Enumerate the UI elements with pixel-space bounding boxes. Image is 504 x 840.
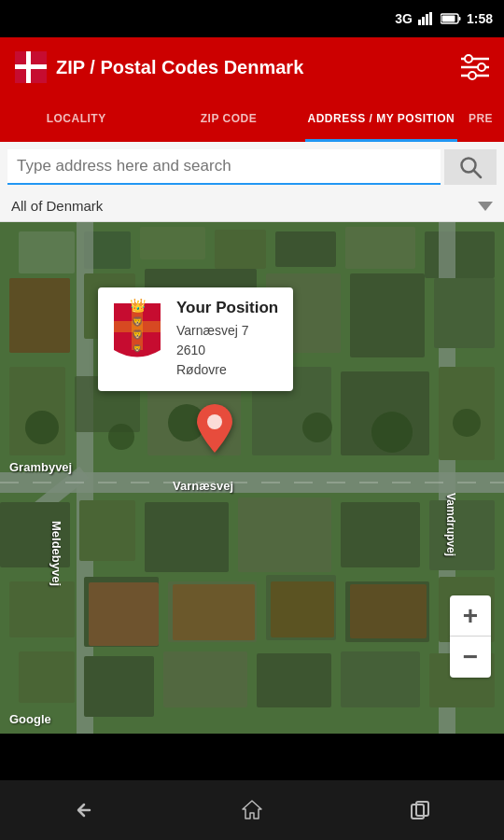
home-button[interactable]	[219, 791, 285, 829]
search-button[interactable]	[444, 149, 497, 185]
bottom-nav	[0, 780, 504, 840]
search-icon	[458, 155, 483, 179]
svg-rect-64	[350, 584, 427, 638]
svg-rect-63	[271, 581, 334, 637]
svg-point-78	[207, 414, 222, 429]
popup-title: Your Position	[176, 299, 278, 317]
sliders-icon[interactable]	[461, 54, 489, 80]
region-text: All of Denmark	[11, 198, 478, 214]
svg-text:🦁: 🦁	[132, 315, 144, 328]
tab-locality[interactable]: LOCALITY	[0, 97, 152, 142]
google-logo: Google	[9, 712, 51, 726]
svg-rect-35	[434, 278, 495, 348]
svg-rect-65	[19, 651, 75, 703]
search-input-wrapper[interactable]	[7, 149, 441, 185]
popup-zip: 2610	[176, 341, 278, 360]
svg-rect-66	[84, 656, 154, 717]
svg-point-46	[371, 412, 413, 453]
popup-street: Varnæsvej 7	[176, 321, 278, 341]
svg-rect-5	[458, 17, 460, 21]
zoom-in-button[interactable]: +	[450, 595, 491, 637]
tab-pre[interactable]: PRE	[457, 97, 504, 142]
back-icon	[71, 797, 97, 823]
svg-rect-9	[15, 64, 47, 69]
tab-address[interactable]: ADDRESS / MY POSITION	[305, 97, 457, 142]
svg-rect-2	[426, 14, 428, 25]
svg-rect-69	[341, 651, 420, 707]
svg-rect-53	[429, 500, 495, 570]
zoom-out-button[interactable]: −	[450, 637, 491, 678]
svg-rect-34	[350, 273, 425, 357]
zoom-controls: + −	[450, 595, 491, 678]
info-popup: 🦁 🦁 🦁 👑 Your Position Varnæsvej 7 2610 R…	[98, 287, 293, 391]
map-pin	[197, 404, 232, 456]
svg-rect-50	[145, 502, 229, 572]
popup-city: Rødovre	[176, 360, 278, 380]
svg-rect-22	[215, 230, 266, 269]
battery-icon	[441, 13, 461, 24]
svg-rect-48	[0, 502, 70, 567]
popup-content: Your Position Varnæsvej 7 2610 Rødovre	[176, 299, 278, 380]
svg-rect-6	[441, 16, 455, 22]
svg-point-43	[108, 424, 134, 450]
svg-point-45	[302, 413, 332, 442]
network-type: 3G	[395, 11, 413, 26]
svg-rect-1	[422, 17, 425, 25]
svg-rect-62	[173, 584, 255, 640]
svg-rect-0	[418, 20, 421, 25]
svg-rect-52	[341, 502, 420, 567]
signal-icon	[418, 12, 435, 25]
svg-rect-61	[89, 582, 159, 646]
svg-rect-21	[140, 227, 205, 259]
tabs-bar: LOCALITY ZIP CODE ADDRESS / MY POSITION …	[0, 97, 504, 142]
status-bar: 3G 1:58	[0, 0, 504, 37]
search-area: All of Denmark	[0, 142, 504, 222]
svg-text:🦁: 🦁	[132, 329, 144, 341]
svg-line-17	[474, 171, 482, 178]
region-row: All of Denmark	[0, 192, 504, 221]
svg-text:🦁: 🦁	[133, 343, 142, 353]
svg-point-42	[25, 411, 59, 444]
svg-rect-3	[429, 12, 432, 25]
svg-rect-23	[275, 231, 336, 267]
svg-rect-68	[257, 653, 331, 707]
app-header: ZIP / Postal Codes Denmark	[0, 37, 504, 97]
svg-point-13	[465, 55, 472, 63]
svg-point-47	[453, 409, 481, 437]
recent-apps-button[interactable]	[387, 791, 453, 829]
svg-point-15	[469, 72, 476, 79]
svg-rect-24	[345, 227, 415, 269]
svg-rect-51	[238, 497, 331, 572]
coat-of-arms-icon: 🦁 🦁 🦁 👑	[109, 299, 165, 364]
home-icon	[239, 797, 265, 823]
svg-point-14	[478, 63, 485, 71]
svg-text:👑: 👑	[130, 299, 147, 314]
tab-zipcode[interactable]: ZIP CODE	[152, 97, 304, 142]
dropdown-arrow-icon	[478, 202, 493, 211]
svg-rect-49	[79, 500, 135, 561]
recent-apps-icon	[407, 797, 433, 823]
clock: 1:58	[467, 11, 493, 26]
svg-rect-67	[163, 651, 247, 707]
svg-rect-60	[9, 278, 70, 353]
app-logo	[15, 51, 47, 83]
svg-rect-25	[425, 231, 495, 278]
svg-rect-54	[9, 581, 75, 637]
search-input[interactable]	[17, 157, 431, 175]
back-button[interactable]	[51, 791, 117, 829]
app-title: ZIP / Postal Codes Denmark	[56, 57, 303, 78]
map-area[interactable]: Grambyvej Varnæsvej Meldebyvej Vamdrupve…	[0, 222, 504, 734]
svg-rect-19	[19, 231, 75, 273]
